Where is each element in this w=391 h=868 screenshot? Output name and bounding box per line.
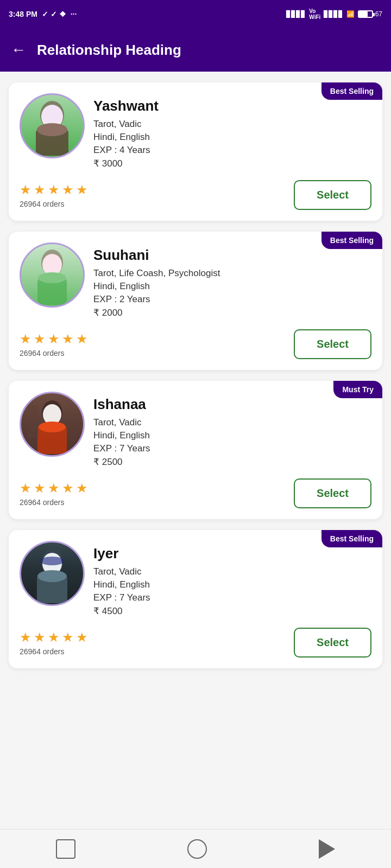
content-area: Best Selling Yashwant Tarot, Vadic Hindi…: [0, 72, 391, 723]
card-ishanaa: Must Try Ishanaa Tarot, Vadic Hindi, Eng…: [9, 381, 382, 519]
exp-suuhani: EXP : 2 Years: [93, 294, 371, 305]
badge-suuhani: Best Selling: [321, 232, 382, 249]
price-suuhani: ₹ 2000: [93, 307, 371, 318]
card-top-iyer: Iyer Tarot, Vadic Hindi, English EXP : 7…: [20, 541, 371, 619]
card-iyer: Best Selling Iyer Tarot, Vadic Hindi, En…: [9, 530, 382, 668]
stars-ishanaa: ★ ★ ★ ★ ★: [20, 481, 88, 496]
page-title: Relationship Heading: [37, 42, 181, 59]
nav-home-button[interactable]: [187, 839, 207, 859]
name-iyer: Iyer: [93, 545, 371, 562]
card-bottom-ishanaa: ★ ★ ★ ★ ★ 26964 orders Select: [20, 478, 371, 508]
card-top-suuhani: Suuhani Tarot, Life Coash, Psychologist …: [20, 242, 371, 321]
select-button-yashwant[interactable]: Select: [294, 180, 371, 210]
battery-indicator: 67: [358, 10, 382, 18]
nav-square-button[interactable]: [56, 839, 75, 859]
name-suuhani: Suuhani: [93, 247, 371, 264]
exp-iyer: EXP : 7 Years: [93, 592, 371, 603]
rating-suuhani: ★ ★ ★ ★ ★ 26964 orders: [20, 331, 88, 358]
nav-back-button[interactable]: [319, 839, 335, 859]
orders-suuhani: 26964 orders: [20, 349, 88, 358]
skills-ishanaa: Tarot, Vadic: [93, 417, 371, 428]
price-ishanaa: ₹ 2500: [93, 456, 371, 468]
status-icons: ▊▊▊▊ VoWiFi ▊▊▊▊ 📶 67: [286, 8, 382, 20]
svg-point-16: [37, 570, 67, 582]
name-yashwant: Yashwant: [93, 98, 371, 114]
badge-ishanaa: Must Try: [333, 381, 382, 398]
card-bottom-yashwant: ★ ★ ★ ★ ★ 26964 orders Select: [20, 180, 371, 210]
badge-iyer: Best Selling: [321, 530, 382, 547]
select-button-iyer[interactable]: Select: [294, 628, 371, 658]
languages-iyer: Hindi, English: [93, 579, 371, 590]
avatar-silhouette-iyer: [22, 544, 82, 603]
svg-point-3: [37, 123, 67, 136]
card-top-yashwant: Yashwant Tarot, Vadic Hindi, English EXP…: [20, 93, 371, 171]
stars-iyer: ★ ★ ★ ★ ★: [20, 630, 88, 645]
stars-suuhani: ★ ★ ★ ★ ★: [20, 331, 88, 347]
orders-iyer: 26964 orders: [20, 647, 88, 656]
svg-point-11: [39, 422, 66, 432]
orders-ishanaa: 26964 orders: [20, 498, 88, 507]
info-iyer: Iyer Tarot, Vadic Hindi, English EXP : 7…: [93, 541, 371, 619]
card-yashwant: Best Selling Yashwant Tarot, Vadic Hindi…: [9, 82, 382, 221]
card-bottom-suuhani: ★ ★ ★ ★ ★ 26964 orders Select: [20, 329, 371, 359]
svg-rect-12: [28, 405, 39, 438]
exp-ishanaa: EXP : 7 Years: [93, 443, 371, 454]
info-suuhani: Suuhani Tarot, Life Coash, Psychologist …: [93, 242, 371, 321]
select-button-suuhani[interactable]: Select: [294, 329, 371, 359]
card-top-ishanaa: Ishanaa Tarot, Vadic Hindi, English EXP …: [20, 392, 371, 470]
skills-iyer: Tarot, Vadic: [93, 566, 371, 577]
languages-yashwant: Hindi, English: [93, 132, 371, 143]
rating-ishanaa: ★ ★ ★ ★ ★ 26964 orders: [20, 481, 88, 507]
status-time: 3:48 PM ✓ ✓ ❖ ···: [9, 10, 77, 18]
avatar-suuhani: [20, 242, 85, 308]
price-iyer: ₹ 4500: [93, 605, 371, 617]
select-button-ishanaa[interactable]: Select: [294, 478, 371, 508]
info-ishanaa: Ishanaa Tarot, Vadic Hindi, English EXP …: [93, 392, 371, 470]
avatar-ishanaa: [20, 392, 85, 457]
card-suuhani: Best Selling Suuhani Tarot, Life Coash, …: [9, 232, 382, 370]
avatar-yashwant: [20, 93, 85, 158]
svg-point-7: [38, 272, 66, 283]
languages-suuhani: Hindi, English: [93, 281, 371, 292]
card-bottom-iyer: ★ ★ ★ ★ ★ 26964 orders Select: [20, 628, 371, 658]
status-bar: 3:48 PM ✓ ✓ ❖ ··· ▊▊▊▊ VoWiFi ▊▊▊▊ 📶 67: [0, 0, 391, 28]
header: ← Relationship Heading: [0, 28, 391, 72]
bottom-nav: [0, 829, 391, 868]
name-ishanaa: Ishanaa: [93, 396, 371, 413]
svg-point-17: [40, 557, 64, 565]
rating-yashwant: ★ ★ ★ ★ ★ 26964 orders: [20, 182, 88, 208]
price-yashwant: ₹ 3000: [93, 158, 371, 169]
info-yashwant: Yashwant Tarot, Vadic Hindi, English EXP…: [93, 93, 371, 171]
skills-suuhani: Tarot, Life Coash, Psychologist: [93, 268, 371, 279]
avatar-silhouette-ishanaa: [22, 394, 82, 454]
rating-iyer: ★ ★ ★ ★ ★ 26964 orders: [20, 630, 88, 656]
avatar-iyer: [20, 541, 85, 606]
avatar-silhouette-yashwant: [22, 96, 82, 156]
avatar-silhouette-suuhani: [22, 245, 82, 305]
stars-yashwant: ★ ★ ★ ★ ★: [20, 182, 88, 197]
back-button[interactable]: ←: [11, 41, 26, 59]
badge-yashwant: Best Selling: [321, 82, 382, 100]
exp-yashwant: EXP : 4 Years: [93, 145, 371, 156]
orders-yashwant: 26964 orders: [20, 200, 88, 208]
skills-yashwant: Tarot, Vadic: [93, 119, 371, 130]
languages-ishanaa: Hindi, English: [93, 430, 371, 441]
